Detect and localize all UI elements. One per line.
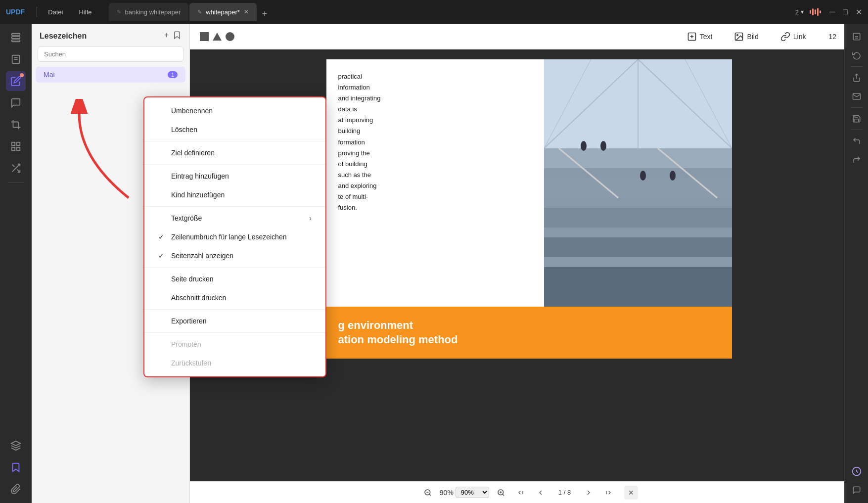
chevron-down-icon[interactable]: ▾ <box>801 8 804 15</box>
bookmark-label: Mai <box>44 71 55 79</box>
nav-prev-button[interactable] <box>533 485 548 501</box>
toolbar: Text Bild Link 12 <box>190 24 868 49</box>
menu-item-line-break[interactable]: ✓ Zeilenumbruch für lange Lesezeichen <box>144 228 325 246</box>
active-indicator <box>20 73 24 77</box>
svg-rect-23 <box>544 178 732 198</box>
add-bookmark-button[interactable]: + <box>164 31 169 42</box>
svg-rect-6 <box>11 142 14 145</box>
circle-shape <box>226 32 234 41</box>
tab-bar: ✎ banking whitepaper ✎ whitepaper* ✕ + <box>109 3 791 21</box>
nav-first-button[interactable] <box>513 485 529 501</box>
pdf-content: practicalinformationand integratingdata … <box>326 59 732 307</box>
menu-datei[interactable]: Datei <box>45 6 66 18</box>
ocr-icon[interactable] <box>848 28 866 46</box>
tab-add-button[interactable]: + <box>258 7 272 21</box>
svg-point-28 <box>600 141 606 151</box>
sidebar-icon-bookmark[interactable] <box>6 457 26 477</box>
zoom-in-button[interactable] <box>493 485 509 501</box>
bookmark-item-mai[interactable]: Mai 1 <box>36 67 185 83</box>
nav-last-button[interactable] <box>600 485 616 501</box>
zoom-level-display: 90% 90% 100% 75% 50% <box>440 487 489 498</box>
mail-icon[interactable] <box>848 88 866 105</box>
tab-banking-whitepaper[interactable]: ✎ banking whitepaper <box>109 3 189 21</box>
menu-separator-4 <box>144 267 325 268</box>
redo-icon[interactable] <box>848 151 866 169</box>
menu-separator-2 <box>144 164 325 165</box>
bookmark-flag-icon[interactable] <box>173 31 182 42</box>
sidebar-icon-bookmarks[interactable] <box>6 28 26 47</box>
tab-whitepaper[interactable]: ✎ whitepaper* ✕ <box>189 3 257 21</box>
sidebar-icon-pages[interactable] <box>6 49 26 69</box>
link-button[interactable]: Link <box>776 29 811 45</box>
minimize-button[interactable]: ─ <box>829 7 835 17</box>
waveform-icon <box>810 8 823 16</box>
pdf-text: practicalinformationand integratingdata … <box>326 59 544 307</box>
panel-header: Lesezeichen + <box>32 24 189 46</box>
menu-item-print-section[interactable]: Abschnitt drucken <box>144 288 325 307</box>
panel-search <box>38 46 183 62</box>
sidebar-icon-comments[interactable] <box>6 93 26 113</box>
menu-item-export[interactable]: Exportieren <box>144 312 325 330</box>
text-label: Text <box>700 33 713 41</box>
menu-item-add-entry[interactable]: Eintrag hinzufügen <box>144 167 325 185</box>
menu-item-promote: Promoten <box>144 335 325 354</box>
menu-hilfe[interactable]: Hilfe <box>76 6 94 18</box>
sidebar-icon-attachment[interactable] <box>6 479 26 499</box>
maximize-button[interactable]: □ <box>843 7 848 17</box>
tab-close-button[interactable]: ✕ <box>244 8 249 15</box>
titlebar: UPDF Datei Hilfe ✎ banking whitepaper ✎ … <box>0 0 868 24</box>
zoom-out-button[interactable] <box>420 485 436 501</box>
menu-item-define-target[interactable]: Ziel definieren <box>144 143 325 162</box>
svg-point-27 <box>581 141 587 151</box>
page-display: 1 / 8 <box>552 489 577 496</box>
svg-point-30 <box>670 171 676 181</box>
search-input[interactable] <box>38 46 183 62</box>
tab-label-banking: banking whitepaper <box>125 8 181 16</box>
toolbar-shapes <box>200 32 234 41</box>
menu-item-add-child[interactable]: Kind hinzuefügen <box>144 185 325 204</box>
pdf-orange-section: g environmentation modeling method <box>326 307 732 359</box>
orange-heading: g environmentation modeling method <box>338 319 458 346</box>
menu-bar: Datei Hilfe <box>45 6 94 18</box>
menu-item-print-page[interactable]: Seite drucken <box>144 270 325 288</box>
ai-icon[interactable] <box>848 462 866 480</box>
sidebar-icon-layers[interactable] <box>6 436 26 456</box>
image-button[interactable]: Bild <box>729 29 763 45</box>
svg-rect-9 <box>16 147 19 150</box>
menu-item-delete[interactable]: Löschen <box>144 120 325 139</box>
zoom-select[interactable]: 90% 100% 75% 50% <box>456 487 489 498</box>
sidebar-icon-edit[interactable] <box>6 71 26 91</box>
sidebar-icon-compare[interactable] <box>6 158 26 178</box>
bookmark-badge: 1 <box>168 71 178 78</box>
undo-icon[interactable] <box>848 132 866 150</box>
nav-next-button[interactable] <box>581 485 596 501</box>
menu-item-text-size[interactable]: Textgröße › <box>144 209 325 228</box>
svg-rect-0 <box>11 34 20 36</box>
share-icon[interactable] <box>848 69 866 87</box>
sidebar-icon-organize[interactable] <box>6 137 26 156</box>
right-divider-3 <box>851 130 863 130</box>
svg-rect-25 <box>544 237 732 257</box>
menu-item-show-page-num[interactable]: ✓ Seitenzahl anzeigen <box>144 246 325 265</box>
svg-rect-2 <box>11 40 20 42</box>
menu-item-demote: Zurückstufen <box>144 354 325 372</box>
menu-item-rename[interactable]: Umbenennen <box>144 101 325 120</box>
building-interior-image <box>544 59 732 307</box>
text-button[interactable]: Text <box>682 29 718 45</box>
svg-rect-7 <box>16 142 19 145</box>
chat-icon[interactable] <box>848 481 866 499</box>
panel-title: Lesezeichen <box>40 32 160 41</box>
right-divider-2 <box>851 107 863 108</box>
menu-separator-5 <box>144 309 325 310</box>
svg-point-13 <box>737 34 738 36</box>
svg-rect-26 <box>544 267 732 307</box>
rotate-icon[interactable] <box>848 46 866 64</box>
right-sidebar <box>844 24 868 503</box>
save-icon[interactable] <box>848 110 866 128</box>
close-button[interactable]: ✕ <box>856 7 862 17</box>
close-nav-button[interactable]: ✕ <box>624 486 638 500</box>
bottom-bar: 90% 90% 100% 75% 50% <box>190 481 868 503</box>
sidebar-icon-crop[interactable] <box>6 115 26 135</box>
page-indicator: 2 ▾ <box>795 8 804 16</box>
panel-header-icons: + <box>164 31 182 42</box>
